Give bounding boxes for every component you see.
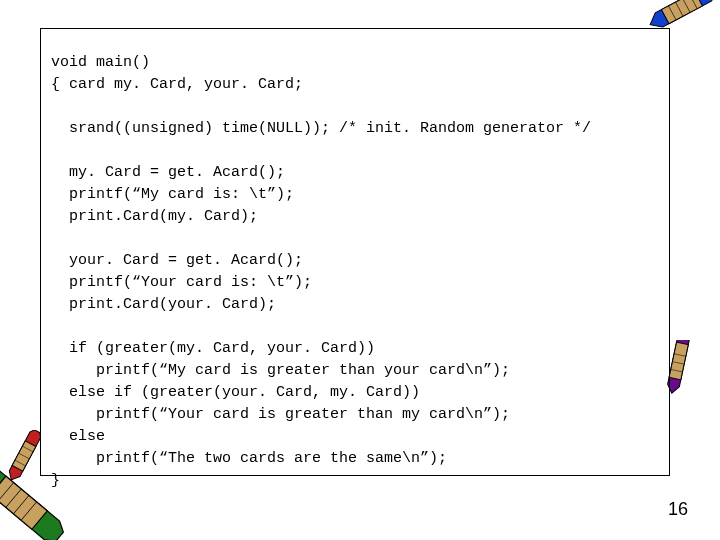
code-box: void main() { card my. Card, your. Card;… [40, 28, 670, 476]
slide: void main() { card my. Card, your. Card;… [0, 0, 720, 540]
svg-rect-1 [661, 0, 702, 24]
code-text: void main() { card my. Card, your. Card;… [51, 52, 659, 492]
page-number: 16 [668, 499, 688, 520]
svg-rect-7 [669, 342, 688, 380]
